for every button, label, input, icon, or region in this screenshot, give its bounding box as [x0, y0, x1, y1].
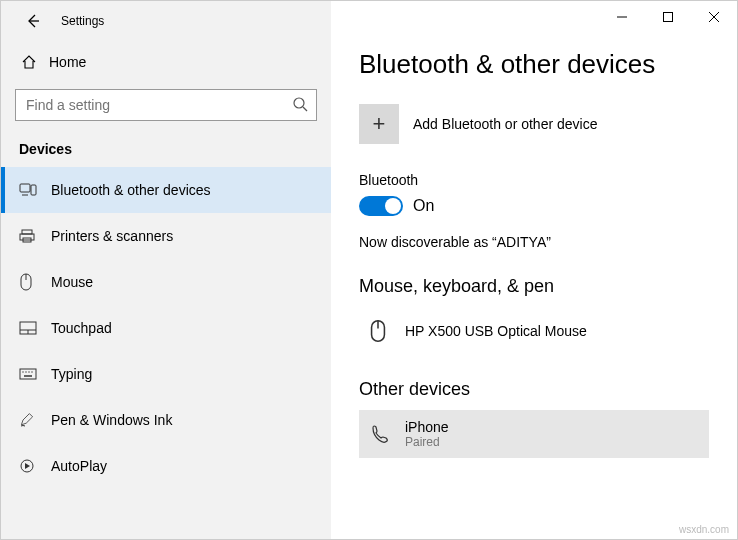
svg-marker-21: [25, 463, 30, 469]
content-pane: Bluetooth & other devices + Add Bluetoot…: [331, 1, 737, 539]
maximize-button[interactable]: [645, 1, 691, 33]
sidebar: Settings Home Devices Bluetooth & other …: [1, 1, 331, 539]
sidebar-item-label: AutoPlay: [51, 458, 107, 474]
bluetooth-toggle[interactable]: [359, 196, 403, 216]
watermark: wsxdn.com: [679, 524, 729, 535]
device-row-iphone[interactable]: iPhone Paired: [359, 410, 709, 458]
home-label: Home: [49, 54, 86, 70]
minimize-icon: [617, 12, 627, 22]
sidebar-item-mouse[interactable]: Mouse: [1, 259, 331, 305]
sidebar-item-label: Bluetooth & other devices: [51, 182, 211, 198]
svg-rect-4: [31, 185, 36, 195]
sidebar-item-label: Touchpad: [51, 320, 112, 336]
window-controls: [599, 1, 737, 33]
touchpad-icon: [19, 321, 51, 335]
mouse-icon: [369, 319, 405, 343]
settings-window: Settings Home Devices Bluetooth & other …: [0, 0, 738, 540]
sidebar-item-label: Mouse: [51, 274, 93, 290]
add-device-label: Add Bluetooth or other device: [413, 116, 597, 132]
autoplay-icon: [19, 458, 51, 474]
other-section-title: Other devices: [359, 379, 709, 400]
svg-rect-14: [20, 369, 36, 379]
maximize-icon: [663, 12, 673, 22]
back-button[interactable]: [17, 13, 49, 29]
sidebar-item-label: Pen & Windows Ink: [51, 412, 172, 428]
svg-point-16: [25, 371, 26, 372]
home-icon: [21, 54, 49, 70]
sidebar-item-typing[interactable]: Typing: [1, 351, 331, 397]
home-nav[interactable]: Home: [1, 41, 331, 83]
svg-point-17: [28, 371, 29, 372]
toggle-state-label: On: [413, 197, 434, 215]
sidebar-item-pen[interactable]: Pen & Windows Ink: [1, 397, 331, 443]
sidebar-nav: Bluetooth & other devices Printers & sca…: [1, 167, 331, 489]
device-row-mouse[interactable]: HP X500 USB Optical Mouse: [359, 307, 709, 355]
pen-icon: [19, 412, 51, 428]
close-icon: [709, 12, 719, 22]
arrow-left-icon: [25, 13, 41, 29]
search-box[interactable]: [15, 89, 317, 121]
device-name: iPhone: [405, 419, 449, 435]
svg-rect-7: [20, 234, 34, 240]
sidebar-item-printers[interactable]: Printers & scanners: [1, 213, 331, 259]
window-title: Settings: [49, 14, 104, 28]
device-name: HP X500 USB Optical Mouse: [405, 323, 587, 339]
bluetooth-toggle-row: On: [359, 196, 709, 216]
sidebar-section-title: Devices: [1, 133, 331, 167]
minimize-button[interactable]: [599, 1, 645, 33]
discoverable-text: Now discoverable as “ADITYA”: [359, 234, 709, 250]
plus-icon: +: [359, 104, 399, 144]
sidebar-item-autoplay[interactable]: AutoPlay: [1, 443, 331, 489]
close-button[interactable]: [691, 1, 737, 33]
svg-rect-3: [20, 184, 30, 192]
search-icon: [291, 95, 309, 113]
phone-icon: [369, 423, 405, 445]
svg-line-2: [303, 107, 307, 111]
svg-point-15: [22, 371, 23, 372]
sidebar-item-label: Typing: [51, 366, 92, 382]
page-title: Bluetooth & other devices: [359, 49, 709, 80]
titlebar: Settings: [1, 1, 331, 41]
device-status: Paired: [405, 435, 449, 449]
printer-icon: [19, 228, 51, 244]
keyboard-icon: [19, 368, 51, 380]
svg-rect-23: [664, 13, 673, 22]
sidebar-item-touchpad[interactable]: Touchpad: [1, 305, 331, 351]
bluetooth-label: Bluetooth: [359, 172, 709, 188]
add-device-button[interactable]: + Add Bluetooth or other device: [359, 104, 709, 144]
svg-rect-6: [22, 230, 32, 234]
sidebar-item-label: Printers & scanners: [51, 228, 173, 244]
svg-point-1: [294, 98, 304, 108]
mouse-section-title: Mouse, keyboard, & pen: [359, 276, 709, 297]
svg-point-18: [31, 371, 32, 372]
mouse-icon: [19, 273, 51, 291]
devices-icon: [19, 183, 51, 197]
search-input[interactable]: [15, 89, 317, 121]
sidebar-item-bluetooth[interactable]: Bluetooth & other devices: [1, 167, 331, 213]
